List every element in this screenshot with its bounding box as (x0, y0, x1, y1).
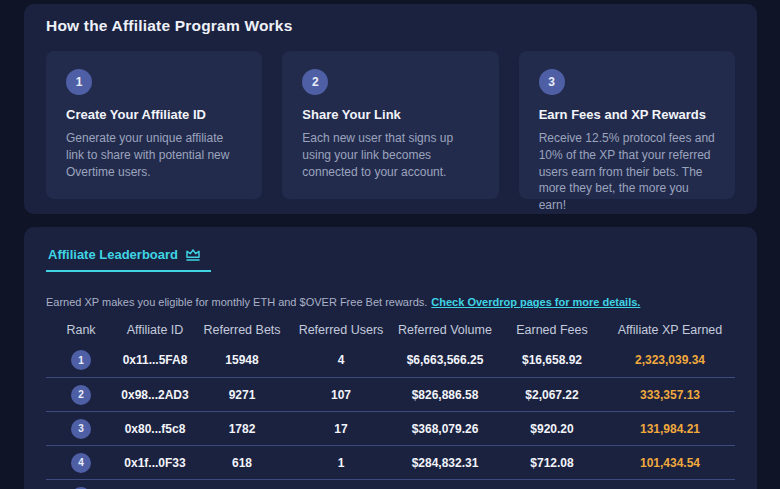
cell-referred-bets: 1782 (194, 422, 290, 436)
cell-xp-earned: 2,323,039.34 (606, 353, 734, 367)
table-row: 1 0x11...5FA8 15948 4 $6,663,566.25 $16,… (46, 343, 735, 377)
table-row: 2 0x98...2AD3 9271 107 $826,886.58 $2,06… (46, 377, 735, 411)
cell-referred-volume: $826,886.58 (392, 388, 498, 402)
step-number-badge: 1 (66, 69, 92, 95)
cell-xp-earned: 131,984.21 (606, 422, 734, 436)
step-description: Each new user that signs up using your l… (302, 130, 478, 180)
steps-row: 1 Create Your Affiliate ID Generate your… (46, 51, 735, 199)
cell-referred-users: 1 (290, 456, 392, 470)
cell-earned-fees: $2,067.22 (498, 388, 606, 402)
cell-affiliate-id: 0x11...5FA8 (116, 353, 194, 367)
step-description: Generate your unique affiliate link to s… (66, 130, 242, 180)
table-row: 4 0x1f...0F33 618 1 $284,832.31 $712.08 … (46, 445, 735, 479)
step-number-badge: 2 (302, 69, 328, 95)
cell-earned-fees: $712.08 (498, 456, 606, 470)
step-card-3: 3 Earn Fees and XP Rewards Receive 12.5%… (519, 51, 735, 199)
step-card-1: 1 Create Your Affiliate ID Generate your… (46, 51, 262, 199)
step-title: Share Your Link (302, 107, 478, 122)
cell-referred-volume: $368,079.26 (392, 422, 498, 436)
how-it-works-panel: How the Affiliate Program Works 1 Create… (24, 4, 757, 214)
tab-label: Affiliate Leaderboard (48, 247, 178, 262)
cell-affiliate-id: 0x98...2AD3 (116, 388, 194, 402)
cell-referred-bets: 15948 (194, 353, 290, 367)
crown-icon (185, 248, 201, 262)
step-number-badge: 3 (539, 69, 565, 95)
step-card-2: 2 Share Your Link Each new user that sig… (282, 51, 498, 199)
table-row: 3 0x80...f5c8 1782 17 $368,079.26 $920.2… (46, 411, 735, 445)
step-title: Create Your Affiliate ID (66, 107, 242, 122)
table-header-row: Rank Affiliate ID Referred Bets Referred… (46, 317, 735, 343)
cell-affiliate-id: 0x80...f5c8 (116, 422, 194, 436)
cell-referred-users: 4 (290, 353, 392, 367)
col-header-earned-fees: Earned Fees (498, 323, 606, 337)
cell-referred-users: 17 (290, 422, 392, 436)
note-text: Earned XP makes you eligible for monthly… (46, 296, 427, 308)
step-description: Receive 12.5% protocol fees and 10% of t… (539, 130, 715, 214)
col-header-referred-users: Referred Users (290, 323, 392, 337)
col-header-referred-volume: Referred Volume (392, 323, 498, 337)
cell-earned-fees: $920.20 (498, 422, 606, 436)
cell-referred-volume: $284,832.31 (392, 456, 498, 470)
cell-referred-bets: 618 (194, 456, 290, 470)
col-header-affiliate-id: Affiliate ID (116, 323, 194, 337)
col-header-xp-earned: Affiliate XP Earned (606, 323, 734, 337)
rank-badge: 2 (71, 385, 91, 405)
leaderboard-panel: Affiliate Leaderboard Earned XP makes yo… (24, 227, 757, 489)
section-title: How the Affiliate Program Works (46, 17, 735, 35)
cell-referred-bets: 9271 (194, 388, 290, 402)
leaderboard-note: Earned XP makes you eligible for monthly… (46, 296, 735, 308)
cell-affiliate-id: 0x1f...0F33 (116, 456, 194, 470)
col-header-referred-bets: Referred Bets (194, 323, 290, 337)
cell-xp-earned: 101,434.54 (606, 456, 734, 470)
rank-badge: 1 (71, 350, 91, 370)
overdrop-details-link[interactable]: Check Overdrop pages for more details. (431, 296, 640, 308)
cell-referred-users: 107 (290, 388, 392, 402)
cell-xp-earned: 333,357.13 (606, 388, 734, 402)
cell-referred-volume: $6,663,566.25 (392, 353, 498, 367)
step-title: Earn Fees and XP Rewards (539, 107, 715, 122)
tab-affiliate-leaderboard[interactable]: Affiliate Leaderboard (46, 247, 211, 272)
leaderboard-table: Rank Affiliate ID Referred Bets Referred… (46, 317, 735, 489)
col-header-rank: Rank (46, 323, 116, 337)
rank-badge: 4 (71, 453, 91, 473)
cell-earned-fees: $16,658.92 (498, 353, 606, 367)
table-row: 5 0x34...87F0 763 2 $325,995.15 $814.99 … (46, 479, 735, 489)
rank-badge: 3 (71, 419, 91, 439)
